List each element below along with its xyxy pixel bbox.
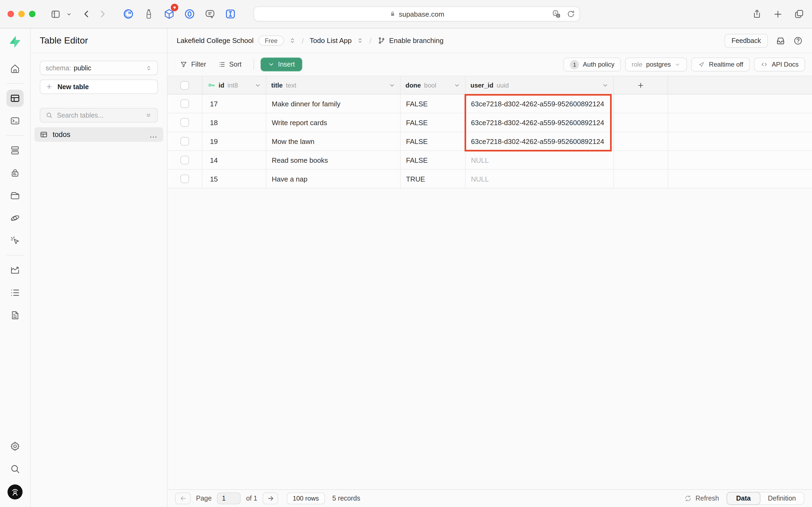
refresh-icon — [684, 495, 692, 502]
address-bar[interactable]: supabase.com A文 — [253, 6, 580, 21]
sidebar-chevron-icon[interactable] — [63, 6, 74, 22]
rail-item-storage[interactable] — [6, 187, 23, 204]
select-all-checkbox[interactable] — [180, 81, 189, 90]
chevrons-up-down-icon[interactable] — [356, 37, 363, 44]
row-checkbox[interactable] — [180, 175, 189, 183]
cell-user-id[interactable]: 63ce7218-d302-4262-a559-952600892124 — [466, 113, 614, 131]
instapaper-extension-icon[interactable] — [222, 6, 238, 22]
circle-zero-extension-icon[interactable] — [181, 6, 197, 22]
new-table-label: New table — [57, 83, 89, 91]
tab-data[interactable]: Data — [727, 492, 760, 505]
cell-user-id[interactable]: 63ce7218-d302-4262-a559-952600892124 — [466, 95, 614, 113]
tab-definition[interactable]: Definition — [760, 493, 804, 504]
minimize-window-button[interactable] — [18, 11, 25, 17]
cell-done[interactable]: FALSE — [401, 113, 466, 131]
api-docs-button[interactable]: API Docs — [754, 57, 805, 71]
box-extension-icon[interactable]: ♥ — [161, 6, 177, 22]
rail-item-table-editor[interactable] — [6, 90, 23, 107]
chevron-down-icon[interactable] — [454, 82, 460, 88]
rail-item-auth[interactable] — [6, 164, 23, 181]
column-header-done[interactable]: done bool — [401, 76, 466, 94]
add-column-button[interactable] — [614, 76, 668, 94]
column-header-id[interactable]: id int8 — [202, 76, 267, 94]
timer-extension-icon[interactable] — [120, 6, 136, 22]
zoom-window-button[interactable] — [29, 11, 36, 17]
new-tab-icon[interactable] — [773, 9, 783, 19]
cell-title[interactable]: Have a nap — [267, 170, 401, 188]
auth-policy-button[interactable]: 1 Auth policy — [564, 57, 621, 71]
back-button[interactable] — [78, 6, 95, 22]
translate-icon[interactable]: A文 — [552, 9, 561, 18]
cell-id[interactable]: 17 — [202, 95, 267, 113]
rail-item-realtime[interactable] — [6, 232, 23, 249]
row-checkbox[interactable] — [180, 99, 189, 108]
rail-item-home[interactable] — [6, 60, 23, 77]
realtime-toggle-button[interactable]: Realtime off — [691, 57, 750, 71]
inbox-icon[interactable] — [775, 36, 786, 46]
chevrons-up-down-icon[interactable] — [289, 37, 296, 44]
cell-id[interactable]: 18 — [202, 113, 267, 131]
spray-bottle-extension-icon[interactable] — [141, 6, 157, 22]
rail-item-reports[interactable] — [6, 262, 23, 279]
close-window-button[interactable] — [7, 11, 14, 17]
page-number-input[interactable] — [217, 493, 241, 504]
row-checkbox[interactable] — [180, 156, 189, 164]
rail-item-api-docs[interactable] — [6, 307, 23, 324]
auth-policy-label: Auth policy — [583, 61, 615, 68]
tab-overview-icon[interactable] — [794, 9, 805, 19]
cell-user-id-null[interactable]: NULL — [466, 170, 614, 188]
forward-button[interactable] — [95, 6, 111, 22]
rail-item-logs[interactable] — [6, 284, 23, 301]
previous-page-button[interactable] — [175, 493, 191, 504]
share-icon[interactable] — [752, 9, 762, 19]
cell-done[interactable]: FALSE — [401, 151, 466, 169]
refresh-button[interactable]: Refresh — [684, 495, 719, 502]
rail-item-edge-functions[interactable] — [6, 210, 23, 227]
rail-item-settings[interactable] — [6, 438, 23, 455]
next-page-button[interactable] — [263, 493, 278, 504]
breadcrumb-project-name[interactable]: Todo List App — [309, 37, 351, 45]
rail-item-sql-editor[interactable] — [6, 112, 23, 129]
schema-select[interactable]: schema: public — [40, 61, 158, 75]
cell-id[interactable]: 15 — [202, 170, 267, 188]
chevron-down-icon[interactable] — [389, 82, 395, 88]
cell-done[interactable]: FALSE — [401, 95, 466, 113]
cell-user-id-null[interactable]: NULL — [466, 151, 614, 169]
row-checkbox[interactable] — [180, 137, 189, 146]
enable-branching-button[interactable]: Enable branching — [377, 37, 443, 45]
cell-title[interactable]: Mow the lawn — [267, 132, 401, 150]
cell-done[interactable]: FALSE — [401, 132, 466, 150]
feedback-button[interactable]: Feedback — [724, 34, 768, 48]
table-row: 14 Read some books FALSE NULL — [168, 151, 812, 170]
sidebar-toggle-icon[interactable] — [47, 6, 63, 22]
supabase-logo[interactable] — [8, 35, 22, 49]
chat-extension-icon[interactable] — [202, 6, 218, 22]
cell-title[interactable]: Read some books — [267, 151, 401, 169]
chevron-down-icon[interactable] — [254, 82, 261, 88]
column-header-title[interactable]: title text — [267, 76, 401, 94]
sort-button[interactable]: Sort — [213, 57, 247, 71]
sidebar-item-todos-table[interactable]: todos … — [35, 127, 163, 142]
reload-icon[interactable] — [567, 10, 575, 18]
filter-button[interactable]: Filter — [175, 57, 212, 71]
search-tables-input[interactable]: Search tables... — [40, 108, 158, 122]
column-header-user-id[interactable]: user_id uuid — [466, 76, 614, 94]
rows-per-page-button[interactable]: 100 rows — [287, 493, 325, 504]
rail-item-search[interactable] — [6, 460, 23, 477]
help-icon[interactable] — [793, 36, 803, 45]
row-checkbox[interactable] — [180, 118, 189, 127]
role-select[interactable]: role postgres — [625, 57, 687, 71]
insert-button[interactable]: Insert — [260, 57, 302, 71]
cell-title[interactable]: Write report cards — [267, 113, 401, 131]
cell-title[interactable]: Make dinner for family — [267, 95, 401, 113]
cell-done[interactable]: TRUE — [401, 170, 466, 188]
cell-id[interactable]: 14 — [202, 151, 267, 169]
rail-item-database[interactable] — [6, 142, 23, 159]
cell-user-id[interactable]: 63ce7218-d302-4262-a559-952600892124 — [466, 132, 614, 150]
table-options-icon[interactable]: … — [149, 132, 158, 137]
account-avatar[interactable] — [7, 485, 22, 500]
breadcrumb-org-name[interactable]: Lakefield College School — [177, 37, 253, 45]
new-table-button[interactable]: New table — [40, 79, 158, 94]
cell-id[interactable]: 19 — [202, 132, 267, 150]
chevron-down-icon[interactable] — [602, 82, 608, 88]
